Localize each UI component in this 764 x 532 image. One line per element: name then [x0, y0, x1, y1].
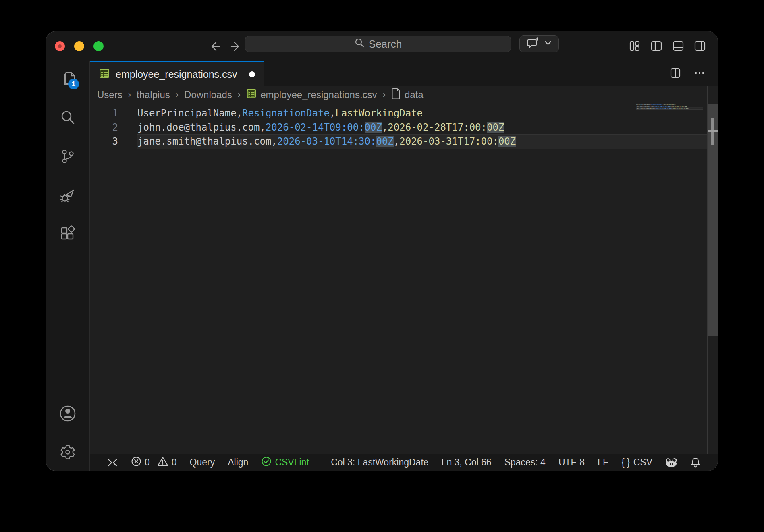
indentation-status-item[interactable]: Spaces: 4 [498, 454, 552, 471]
code-line: 2john.doe@thalpius.com,2026-02-14T09:00:… [90, 121, 707, 135]
code-line: 3jane.smith@thalpius.com,2026-03-10T14:3… [90, 135, 707, 149]
warning-icon [157, 456, 168, 469]
code-segment: , [260, 122, 265, 133]
modified-dot-icon[interactable] [249, 71, 255, 77]
minimap[interactable]: UserPrincipalName,ResignationDate,LastWo… [636, 104, 708, 120]
notifications-bell-icon[interactable] [684, 454, 707, 471]
code-line: 1UserPrincipalName,ResignationDate,LastW… [90, 106, 707, 121]
toggle-secondary-sidebar-icon[interactable] [693, 39, 706, 52]
code-segment: , [382, 122, 388, 133]
csv-file-icon [246, 88, 257, 101]
code-line-content: jane.smith@thalpius.com,2026-03-10T14:30… [137, 135, 707, 149]
code-segment: jane.smith@thalpius.com [636, 108, 655, 109]
code-segment: , [271, 136, 277, 147]
breadcrumb-item-file[interactable]: employee_resignations.csv [246, 88, 377, 101]
code-segment: 2026-03-10T14:30: [656, 108, 669, 109]
eol-status-item[interactable]: LF [591, 454, 615, 471]
code-segment: LastWorkingDate [664, 104, 676, 105]
editor-scrollbar [707, 86, 718, 454]
code-segment: 00Z [487, 122, 504, 133]
settings-gear-icon[interactable] [59, 443, 77, 461]
command-center-search[interactable]: Search [245, 36, 511, 52]
code-segment: , [237, 108, 242, 119]
breadcrumb-item-thalpius[interactable]: thalpius [137, 89, 170, 100]
csvlint-status-item[interactable]: CSVLint [255, 454, 315, 471]
warning-count: 0 [172, 457, 177, 468]
remote-indicator[interactable] [100, 454, 125, 471]
tab-bar: employee_resignations.csv [90, 61, 718, 86]
toggle-panel-icon[interactable] [672, 39, 685, 52]
align-status-item[interactable]: Align [221, 454, 255, 471]
code-segment: 2026-02-14T09:00: [266, 122, 365, 133]
code-segment: ResignationDate [651, 104, 663, 105]
zoom-window-button[interactable] [93, 41, 104, 51]
code-segment: 00Z [686, 108, 689, 109]
search-placeholder: Search [369, 38, 402, 50]
query-status-item[interactable]: Query [183, 454, 222, 471]
column-info-status-item[interactable]: Col 3: LastWorkingDate [324, 454, 435, 471]
vscode-window: Search [46, 31, 718, 471]
code-segment: 00Z [685, 106, 687, 107]
line-number: 2 [90, 121, 137, 135]
code-segment: 2026-02-14T09:00: [654, 106, 668, 107]
code-segment: 00Z [376, 136, 393, 147]
run-debug-icon[interactable] [59, 186, 77, 204]
window-controls [55, 41, 104, 51]
title-bar: Search [46, 31, 718, 61]
close-window-button[interactable] [55, 41, 65, 51]
language-mode-status-item[interactable]: { } CSV [615, 454, 659, 471]
search-icon [354, 37, 365, 51]
account-icon[interactable] [59, 405, 77, 422]
code-segment: 2026-03-31T17:00: [399, 136, 498, 147]
code-segment: 00Z [498, 136, 516, 147]
overview-ruler-cursor-marker [708, 130, 718, 132]
code-segment: UserPrincipalName [636, 104, 650, 105]
breadcrumb-item-data[interactable]: data [391, 88, 424, 102]
breadcrumb-item-users[interactable]: Users [97, 89, 122, 100]
toggle-primary-sidebar-icon[interactable] [650, 39, 663, 52]
code-line-content: john.doe@thalpius.com,2026-02-14T09:00:0… [137, 121, 707, 135]
code-segment: jane.smith@thalpius.com [137, 136, 271, 147]
search-sidebar-icon[interactable] [59, 109, 77, 127]
code-line: jane.smith@thalpius.com,2026-03-10T14:30… [636, 108, 703, 110]
error-icon [131, 456, 141, 469]
copilot-chat-button[interactable] [519, 35, 559, 52]
copilot-status-icon[interactable] [659, 454, 684, 471]
problems-indicator[interactable]: 0 0 [125, 454, 183, 471]
breadcrumb-item-downloads[interactable]: Downloads [184, 89, 232, 100]
chevron-down-icon [544, 40, 552, 48]
code-segment: , [394, 136, 399, 147]
back-arrow-icon[interactable] [207, 39, 221, 55]
breadcrumb-separator: › [382, 89, 386, 100]
code-segment: UserPrincipalName [137, 108, 237, 119]
encoding-status-item[interactable]: UTF-8 [552, 454, 591, 471]
source-control-icon[interactable] [59, 148, 77, 165]
code-segment: LastWorkingDate [335, 108, 423, 119]
chat-sparkle-icon [526, 37, 540, 51]
code-line-content: UserPrincipalName,ResignationDate,LastWo… [137, 106, 707, 121]
forward-arrow-icon[interactable] [230, 39, 243, 55]
breadcrumb-separator: › [127, 89, 132, 100]
customize-layout-icon[interactable] [628, 39, 641, 52]
code-line-content: jane.smith@thalpius.com,2026-03-10T14:30… [636, 108, 703, 110]
explorer-icon[interactable]: 1 [59, 70, 77, 88]
file-icon [391, 88, 401, 102]
breadcrumb: Users › thalpius › Downloads › employee_… [90, 86, 718, 103]
code-segment: 2026-02-28T17:00: [671, 106, 685, 107]
extensions-icon[interactable] [59, 225, 77, 243]
check-circle-icon [261, 456, 272, 469]
breadcrumb-separator: › [175, 89, 179, 100]
split-editor-icon[interactable] [669, 67, 681, 81]
error-count: 0 [145, 457, 150, 468]
code-segment: 2026-02-28T17:00: [388, 122, 487, 133]
code-editor[interactable]: 1UserPrincipalName,ResignationDate,LastW… [90, 103, 718, 454]
more-actions-icon[interactable] [693, 67, 706, 81]
code-segment: 00Z [365, 122, 382, 133]
cursor-position-status-item[interactable]: Ln 3, Col 66 [435, 454, 498, 471]
line-number: 3 [90, 135, 137, 149]
code-segment: ResignationDate [242, 108, 330, 119]
breadcrumb-separator: › [237, 89, 241, 100]
status-bar: 0 0 Query Align CSVLint [90, 454, 718, 471]
tab-employee-resignations-csv[interactable]: employee_resignations.csv [90, 61, 264, 86]
minimize-window-button[interactable] [74, 41, 84, 51]
